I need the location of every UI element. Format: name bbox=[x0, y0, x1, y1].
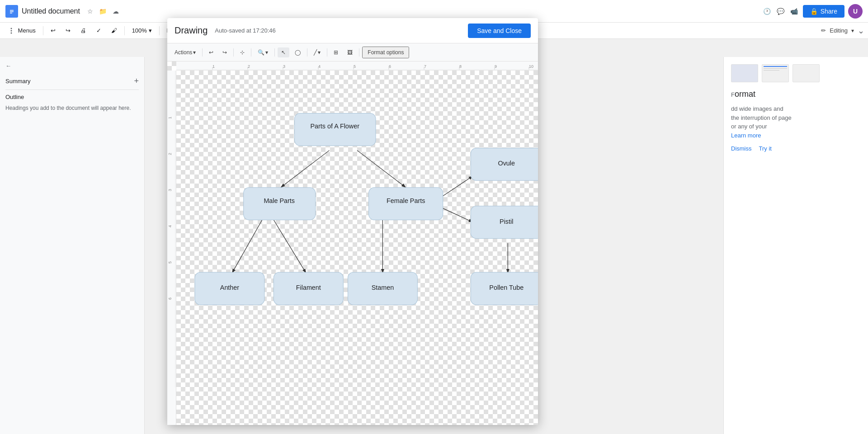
svg-text:2: 2 bbox=[248, 64, 250, 69]
svg-text:7: 7 bbox=[424, 64, 426, 69]
menu-redo[interactable]: ↪ bbox=[61, 25, 75, 36]
node-filament-label: Filament bbox=[296, 284, 321, 291]
thumb-2[interactable] bbox=[762, 64, 789, 82]
svg-text:6: 6 bbox=[168, 297, 172, 300]
image-icon: 🖼 bbox=[347, 49, 353, 56]
menu-divider-3 bbox=[159, 26, 160, 35]
undo-icon: ↩ bbox=[209, 49, 213, 56]
zoom-btn[interactable]: 🔍 ▾ bbox=[254, 47, 272, 57]
svg-text:5: 5 bbox=[354, 64, 356, 69]
dt-divider-1 bbox=[202, 48, 203, 57]
star-icon[interactable]: ☆ bbox=[85, 6, 95, 16]
svg-text:8: 8 bbox=[459, 64, 462, 69]
dt-divider-3 bbox=[251, 48, 251, 57]
undo-btn[interactable]: ↩ bbox=[205, 47, 217, 57]
share-icon: 🔒 bbox=[810, 8, 818, 15]
svg-text:2: 2 bbox=[168, 153, 172, 155]
editing-icon: ✏ bbox=[821, 27, 826, 34]
svg-point-6 bbox=[11, 33, 12, 34]
thumb-1[interactable] bbox=[731, 64, 758, 82]
zoom-chevron-icon: ▾ bbox=[265, 49, 268, 56]
drawing-title: Drawing bbox=[175, 25, 208, 36]
svg-rect-3 bbox=[10, 13, 12, 14]
svg-text:6: 6 bbox=[389, 64, 391, 69]
dt-divider-2 bbox=[233, 48, 234, 57]
frame-btn[interactable]: ⊞ bbox=[330, 47, 342, 57]
zoom-icon: 🔍 bbox=[258, 49, 264, 56]
node-stamen-label: Stamen bbox=[372, 284, 394, 291]
comment-icon[interactable]: 💬 bbox=[776, 6, 786, 16]
user-avatar[interactable]: U bbox=[848, 4, 863, 19]
docs-icon bbox=[5, 5, 18, 18]
add-summary-btn[interactable]: + bbox=[134, 76, 139, 86]
document-title[interactable]: Untitled document bbox=[22, 7, 80, 15]
drawing-canvas[interactable]: 1 2 3 4 5 6 7 8 9 10 bbox=[167, 61, 538, 425]
svg-text:1: 1 bbox=[212, 64, 215, 69]
svg-text:4: 4 bbox=[318, 64, 321, 69]
circle-btn[interactable]: ◯ bbox=[291, 47, 304, 57]
right-panel: Format dd wide images and the interrupti… bbox=[723, 57, 868, 434]
line-female-ovule bbox=[438, 176, 473, 199]
menu-paint[interactable]: 🖌 bbox=[107, 25, 122, 36]
outline-label: Outline bbox=[5, 94, 139, 100]
node-male-label: Male Parts bbox=[264, 197, 295, 204]
collapse-sidebar-btn[interactable]: ⌄ bbox=[858, 26, 864, 36]
drawing-toolbar: Actions ▾ ↩ ↪ ⊹ 🔍 ▾ ↖ ◯ ╱ ▾ bbox=[167, 43, 538, 61]
node-anther-label: Anther bbox=[220, 284, 239, 291]
thumb-3[interactable] bbox=[793, 64, 820, 82]
actions-chevron-icon: ▾ bbox=[193, 49, 196, 56]
actions-dropdown[interactable]: Actions ▾ bbox=[171, 47, 199, 57]
try-it-btn[interactable]: Try it bbox=[759, 145, 772, 152]
pointer-btn[interactable]: ↖ bbox=[278, 47, 289, 57]
menu-undo[interactable]: ↩ bbox=[46, 25, 60, 36]
share-button[interactable]: 🔒 Share bbox=[803, 5, 844, 18]
folder-icon[interactable]: 📁 bbox=[98, 6, 108, 16]
frame-icon: ⊞ bbox=[334, 49, 338, 56]
back-icon: ← bbox=[5, 62, 11, 69]
diagram-svg[interactable]: Parts of A Flower Male Parts Female Part… bbox=[176, 71, 538, 425]
format-options-btn[interactable]: Format options bbox=[362, 47, 409, 58]
summary-label: Summary bbox=[5, 78, 31, 85]
document-title-area: Untitled document bbox=[22, 7, 80, 15]
dt-divider-7 bbox=[359, 48, 359, 57]
menu-divider-1 bbox=[43, 26, 43, 35]
learn-more-link[interactable]: Learn more bbox=[731, 132, 761, 139]
redo-btn[interactable]: ↪ bbox=[219, 47, 231, 57]
summary-section: Summary + bbox=[5, 76, 139, 86]
editing-dropdown[interactable]: ▾ bbox=[851, 28, 854, 34]
menu-print[interactable]: 🖨 bbox=[76, 25, 91, 36]
line-male-anther bbox=[232, 220, 262, 273]
dt-divider-4 bbox=[274, 48, 275, 57]
save-close-button[interactable]: Save and Close bbox=[468, 24, 531, 38]
menu-spellcheck[interactable]: ✓ bbox=[92, 25, 106, 36]
menu-menus[interactable]: Menus bbox=[4, 25, 40, 36]
ruler-left: 1 2 3 4 5 6 bbox=[167, 71, 176, 425]
outline-hint: Headings you add to the document will ap… bbox=[5, 104, 139, 112]
ruler-top: 1 2 3 4 5 6 7 8 9 10 bbox=[176, 61, 538, 71]
svg-text:10: 10 bbox=[529, 64, 533, 69]
node-female-label: Female Parts bbox=[387, 197, 425, 204]
node-root-label: Parts of A Flower bbox=[311, 123, 360, 130]
select-all-icon: ⊹ bbox=[240, 49, 245, 56]
svg-text:4: 4 bbox=[168, 225, 172, 227]
menu-zoom[interactable]: 100% ▾ bbox=[127, 25, 156, 36]
select-all-btn[interactable]: ⊹ bbox=[236, 47, 248, 57]
dismiss-btn[interactable]: Dismiss bbox=[731, 145, 752, 152]
svg-point-5 bbox=[11, 30, 12, 32]
video-icon[interactable]: 📹 bbox=[789, 6, 799, 16]
line-btn[interactable]: ╱ ▾ bbox=[310, 47, 324, 57]
line-root-male bbox=[281, 151, 330, 188]
menu-divider-2 bbox=[124, 26, 125, 35]
right-panel-title: Format bbox=[731, 90, 861, 99]
svg-rect-1 bbox=[10, 10, 14, 11]
line-chevron-icon: ▾ bbox=[318, 49, 321, 56]
thumbnail-row bbox=[731, 64, 861, 82]
node-pollen-tube-label: Pollen Tube bbox=[489, 284, 524, 291]
drawing-header: Drawing Auto-saved at 17:20:46 Save and … bbox=[167, 18, 538, 43]
sidebar-divider bbox=[5, 90, 139, 90]
image-btn[interactable]: 🖼 bbox=[344, 47, 356, 57]
cloud-icon[interactable]: ☁ bbox=[111, 6, 121, 16]
history-icon[interactable]: 🕐 bbox=[762, 6, 772, 16]
sidebar-back-btn[interactable]: ← bbox=[5, 62, 139, 69]
top-bar-right: 🕐 💬 📹 🔒 Share U bbox=[762, 4, 863, 19]
